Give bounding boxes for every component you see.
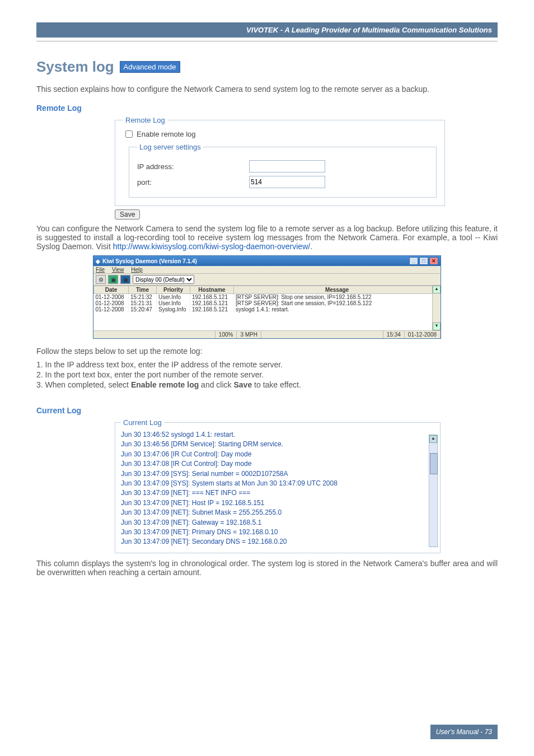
- table-row[interactable]: 01-12-200815:20:47Syslog.Info192.168.5.1…: [94, 306, 441, 312]
- kiwi-table: Date Time Priority Hostname Message 01-1…: [93, 286, 441, 312]
- table-row[interactable]: 01-12-200815:21:32User.Info192.168.5.121…: [94, 294, 441, 301]
- cell-date: 01-12-2008: [94, 306, 129, 312]
- header-rule: [36, 41, 498, 41]
- current-log-fieldset: Current Log Jun 30 13:46:52 syslogd 1.4.…: [115, 418, 441, 553]
- header-band: VIVOTEK - A Leading Provider of Multimed…: [36, 22, 498, 38]
- log-server-legend: Log server settings: [137, 143, 203, 151]
- status-time: 15:34: [383, 331, 405, 338]
- current-log-heading: Current Log: [36, 406, 498, 415]
- save-button[interactable]: Save: [115, 209, 140, 220]
- step-3b: Enable remote log: [131, 380, 199, 389]
- cell-priority: Syslog.Info: [157, 306, 190, 312]
- scroll-down-icon[interactable]: ▼: [433, 323, 441, 330]
- kiwi-link[interactable]: http://www.kiwisyslog.com/kiwi-syslog-da…: [113, 242, 310, 251]
- col-date[interactable]: Date: [94, 286, 129, 294]
- log-line: Jun 30 13:47:06 [IR Cut Control]: Day mo…: [121, 450, 434, 459]
- log-line: Jun 30 13:47:09 [NET]: Secondary DNS = 1…: [121, 537, 434, 547]
- step-2: 2. In the port text box, enter the port …: [36, 370, 498, 379]
- cell-message: [RTSP SERVER]: Stop one session, IP=192.…: [234, 294, 441, 301]
- config-text-after: .: [310, 242, 312, 251]
- col-time[interactable]: Time: [129, 286, 157, 294]
- menu-help[interactable]: Help: [131, 267, 143, 273]
- enable-remote-log-checkbox[interactable]: [125, 130, 133, 138]
- footer-band: User's Manual - 73: [430, 725, 498, 739]
- ip-address-input[interactable]: [249, 160, 325, 172]
- log-line: Jun 30 13:47:09 [NET]: Host IP = 192.168…: [121, 498, 434, 508]
- log-line: Jun 30 13:47:09 [NET]: Subnet Mask = 255…: [121, 508, 434, 517]
- col-hostname[interactable]: Hostname: [190, 286, 234, 294]
- cell-date: 01-12-2008: [94, 300, 129, 306]
- kiwi-grid-area: Date Time Priority Hostname Message 01-1…: [93, 286, 441, 330]
- kiwi-app-icon: ◆: [96, 258, 100, 264]
- steps-intro: Follow the steps below to set up the rem…: [36, 347, 498, 356]
- scroll-up-icon[interactable]: ▲: [429, 435, 437, 443]
- kiwi-scrollbar[interactable]: ▲ ▼: [432, 286, 441, 330]
- cell-priority: User.Info: [157, 294, 190, 301]
- current-log-desc: This column displays the system's log in…: [36, 559, 498, 577]
- advanced-mode-badge: Advanced mode: [120, 61, 180, 73]
- cell-hostname: 192.168.5.121: [190, 306, 234, 312]
- cell-time: 15:21:31: [129, 300, 157, 306]
- kiwi-menubar[interactable]: File View Help: [93, 266, 441, 274]
- enable-remote-log-label: Enable remote log: [137, 130, 196, 138]
- current-log-scrollbar[interactable]: ▲: [429, 435, 438, 547]
- kiwi-statusbar: 100% 3 MPH 15:34 01-12-2008: [93, 330, 441, 338]
- col-priority[interactable]: Priority: [157, 286, 190, 294]
- table-row[interactable]: 01-12-200815:21:31User.Info192.168.5.121…: [94, 300, 441, 306]
- log-line: Jun 30 13:46:56 [DRM Service]: Starting …: [121, 440, 434, 449]
- kiwi-window: ◆ Kiwi Syslog Daemon (Version 7.1.4) _ □…: [93, 255, 441, 339]
- cell-hostname: 192.168.5.121: [190, 300, 234, 306]
- step-3e: to take effect.: [252, 380, 301, 389]
- cell-message: [RTSP SERVER]: Start one session, IP=192…: [234, 300, 441, 306]
- step-3: 3. When completed, select Enable remote …: [36, 380, 498, 389]
- kiwi-toolbar: ⚙ ▣ ▣ Display 00 (Default): [93, 274, 441, 286]
- remote-log-heading: Remote Log: [36, 104, 498, 113]
- step-1: 1. In the IP address text box, enter the…: [36, 360, 498, 369]
- cell-hostname: 192.168.5.121: [190, 294, 234, 301]
- kiwi-titlebar: ◆ Kiwi Syslog Daemon (Version 7.1.4) _ □…: [93, 256, 441, 266]
- step-3a: 3. When completed, select: [36, 380, 131, 389]
- toolbar-icon-2[interactable]: ▣: [108, 275, 118, 284]
- log-line: Jun 30 13:47:09 [NET]: Gateway = 192.168…: [121, 518, 434, 528]
- status-date: 01-12-2008: [405, 331, 441, 338]
- scroll-up-icon[interactable]: ▲: [433, 286, 441, 293]
- remote-log-fieldset: Remote Log Enable remote log Log server …: [115, 116, 445, 206]
- port-input[interactable]: [249, 176, 325, 188]
- menu-view[interactable]: View: [112, 267, 124, 273]
- minimize-icon[interactable]: _: [409, 257, 418, 265]
- cell-message: syslogd 1.4.1: restart.: [234, 306, 441, 312]
- page-title-row: System log Advanced mode: [36, 58, 498, 76]
- port-label: port:: [137, 178, 249, 186]
- menu-file[interactable]: File: [96, 267, 105, 273]
- cell-date: 01-12-2008: [94, 294, 129, 301]
- current-log-legend: Current Log: [121, 418, 164, 427]
- log-server-fieldset: Log server settings IP address: port:: [129, 143, 437, 198]
- kiwi-title-text: Kiwi Syslog Daemon (Version 7.1.4): [102, 258, 197, 264]
- toolbar-icon-1[interactable]: ⚙: [96, 275, 106, 284]
- status-pct: 100%: [216, 331, 237, 338]
- current-log-list: Jun 30 13:46:52 syslogd 1.4.1: restart.J…: [121, 430, 434, 547]
- close-icon[interactable]: ✕: [429, 257, 438, 265]
- cell-time: 15:20:47: [129, 306, 157, 312]
- log-line: Jun 30 13:47:09 [SYS]: Serial number = 0…: [121, 469, 434, 479]
- intro-text: This section explains how to configure t…: [36, 85, 498, 94]
- status-mph: 3 MPH: [237, 331, 261, 338]
- log-line: Jun 30 13:47:08 [IR Cut Control]: Day mo…: [121, 459, 434, 469]
- log-line: Jun 30 13:47:09 [NET]: Primary DNS = 192…: [121, 528, 434, 537]
- remote-log-legend: Remote Log: [123, 116, 167, 124]
- toolbar-icon-3[interactable]: ▣: [120, 275, 130, 284]
- cell-priority: User.Info: [157, 300, 190, 306]
- ip-address-label: IP address:: [137, 162, 249, 171]
- log-line: Jun 30 13:47:09 [NET]: === NET INFO ===: [121, 488, 434, 498]
- maximize-icon[interactable]: □: [419, 257, 428, 265]
- page-title: System log: [36, 58, 114, 75]
- col-message[interactable]: Message: [234, 286, 441, 294]
- step-3d: Save: [233, 380, 252, 389]
- step-3c: and click: [199, 380, 233, 389]
- scroll-thumb[interactable]: [430, 453, 438, 474]
- log-line: Jun 30 13:47:09 [SYS]: System starts at …: [121, 479, 434, 488]
- config-text: You can configure the Network Camera to …: [36, 224, 498, 251]
- display-select[interactable]: Display 00 (Default): [133, 275, 194, 284]
- enable-remote-log-row[interactable]: Enable remote log: [123, 129, 437, 139]
- log-line: Jun 30 13:46:52 syslogd 1.4.1: restart.: [121, 430, 434, 440]
